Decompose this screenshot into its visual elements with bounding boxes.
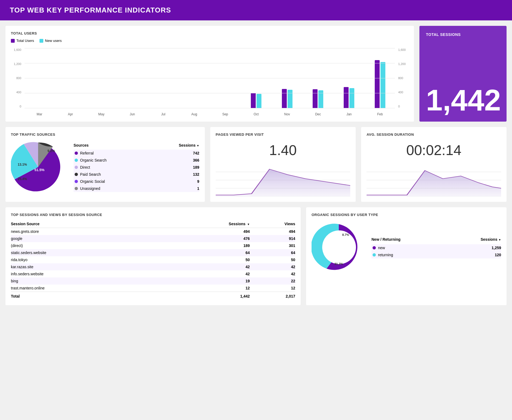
- new-sessions-value: 1,259: [492, 246, 501, 250]
- session-count: 189: [161, 242, 250, 249]
- returning-sessions-value: 120: [495, 253, 501, 257]
- session-source: rida.tokyo: [11, 256, 161, 263]
- sparkline-fill: [216, 169, 350, 196]
- session-views: 64: [250, 249, 295, 256]
- col-source-header: Session Source: [11, 220, 161, 228]
- source-value: 1: [197, 186, 199, 191]
- session-source: bing: [11, 277, 161, 285]
- organic-list-item: returning 120: [371, 251, 501, 258]
- session-views: 12: [250, 285, 295, 292]
- total-users-title: TOTAL USERS: [11, 31, 409, 35]
- session-count: 50: [161, 256, 250, 263]
- pie-label-organic: 25.4%: [18, 177, 27, 181]
- list-item: Paid Search 132: [74, 171, 199, 178]
- legend-label-total: Total Users: [16, 39, 34, 43]
- grid-line: [25, 93, 395, 93]
- x-label-Apr: Apr: [56, 112, 86, 116]
- table-row: trast.mantero.online 12 12: [11, 285, 295, 292]
- avg-session-value: 00:02:14: [367, 142, 501, 158]
- x-label-Jul: Jul: [148, 112, 178, 116]
- source-value: 9: [197, 179, 199, 184]
- donut-label-returning: 8.7%: [342, 233, 349, 236]
- session-source: trast.mantero.online: [11, 285, 161, 292]
- x-label-Sep: Sep: [210, 112, 240, 116]
- col-sessions-header: Sessions ▼: [161, 220, 250, 228]
- user-type-new: new: [378, 246, 385, 250]
- session-count: 12: [161, 285, 250, 292]
- col-views-header: Views: [250, 220, 295, 228]
- x-label-Feb: Feb: [365, 112, 395, 116]
- x-label-Jun: Jun: [117, 112, 147, 116]
- list-item: Direct 189: [74, 164, 199, 171]
- traffic-col2-header: Sessions ▼: [179, 143, 199, 147]
- y-label-0: 0: [11, 105, 21, 108]
- traffic-sources-card: TOP TRAFFIC SOURCES: [5, 127, 205, 202]
- avg-session-title: AVG. SESSION DURATION: [367, 132, 501, 137]
- pie-svg: 51.5% 25.4% 13.1% 9.2%: [11, 140, 65, 194]
- dashboard: TOP WEB KEY PERFORMANCE INDICATORS TOTAL…: [0, 0, 512, 420]
- total-label: Total: [11, 292, 161, 300]
- total-sessions-title: TOTAL SESSIONS: [426, 32, 500, 37]
- total-sessions-card: TOTAL SESSIONS 1,442: [419, 26, 507, 122]
- avg-session-sparkline: [367, 164, 501, 196]
- pages-per-visit-card: PAGES VIEWED PER VISIT 1.40: [210, 127, 356, 202]
- y-right-400: 400: [398, 91, 409, 94]
- y-right-800: 800: [398, 76, 409, 80]
- y-right-0: 0: [398, 105, 409, 108]
- session-count: 64: [161, 249, 250, 256]
- page-title: TOP WEB KEY PERFORMANCE INDICATORS: [10, 6, 171, 14]
- y-label-1200: 1,200: [11, 62, 21, 66]
- organic-col1: New / Returning: [371, 237, 401, 242]
- traffic-table: Sources Sessions ▼ Referral 742 Organic …: [74, 143, 199, 192]
- session-views: 301: [250, 242, 295, 249]
- y-label-1600: 1,600: [11, 48, 21, 51]
- pie-chart: 51.5% 25.4% 13.1% 9.2%: [11, 140, 65, 195]
- pie-label-direct: 13.1%: [18, 163, 27, 166]
- traffic-col1-header: Sources: [74, 143, 89, 147]
- table-row: kar.razas.site 42 42: [11, 263, 295, 270]
- sessions-views-title: TOP SESSIONS AND VIEWS BY SESSION SOURCE: [11, 213, 295, 217]
- table-row: google 476 914: [11, 235, 295, 242]
- session-source: info.seders.website: [11, 270, 161, 277]
- session-count: 19: [161, 277, 250, 285]
- session-count: 494: [161, 228, 250, 235]
- grid-line: [25, 108, 395, 108]
- grid-line: [25, 48, 395, 48]
- organic-list-item: new 1,259: [371, 244, 501, 251]
- pie-label-paid: 9.2%: [47, 149, 55, 153]
- session-views: 494: [250, 228, 295, 235]
- page-header: TOP WEB KEY PERFORMANCE INDICATORS: [0, 0, 512, 20]
- session-count: 42: [161, 270, 250, 277]
- list-item: Unassigned 1: [74, 185, 199, 192]
- traffic-sources-title: TOP TRAFFIC SOURCES: [11, 132, 199, 137]
- source-value: 132: [193, 172, 199, 177]
- avg-sparkline-svg: [367, 164, 501, 196]
- session-source: kar.razas.site: [11, 263, 161, 270]
- x-label-May: May: [86, 112, 116, 116]
- organic-table: New / Returning Sessions ▼ new 1,259 ret…: [371, 237, 501, 258]
- y-right-1600: 1,600: [398, 48, 409, 51]
- source-label: Direct: [80, 165, 90, 169]
- source-label: Organic Search: [80, 158, 106, 162]
- x-label-Jan: Jan: [334, 112, 364, 116]
- total-sessions-value: 1,442: [426, 85, 500, 115]
- donut-center: [325, 234, 352, 261]
- chart-legend: Total Users New users: [11, 39, 409, 43]
- total-sessions: 1,442: [161, 292, 250, 300]
- pie-label-referral: 51.5%: [35, 168, 45, 172]
- list-item: Referral 742: [74, 150, 199, 157]
- x-label-Dec: Dec: [303, 112, 333, 116]
- chart-plot-area: [25, 48, 395, 108]
- x-label-Nov: Nov: [272, 112, 302, 116]
- avg-session-card: AVG. SESSION DURATION 00:02:14: [361, 127, 507, 202]
- pages-sparkline: [216, 164, 350, 196]
- y-label-400: 400: [11, 91, 21, 94]
- legend-dot-new: [39, 39, 43, 43]
- pages-per-visit-title: PAGES VIEWED PER VISIT: [216, 132, 350, 137]
- y-axis-right: 1,600 1,200 800 400 0: [397, 48, 409, 108]
- grid-line: [25, 78, 395, 78]
- source-label: Referral: [80, 151, 94, 155]
- organic-inner: 91.2% 8.7% New / Returning Sessions ▼ ne…: [312, 220, 501, 276]
- donut-label-new: 91.2%: [334, 262, 343, 265]
- organic-sessions-card: ORGANIC SESSIONS BY USER TYPE: [306, 207, 507, 305]
